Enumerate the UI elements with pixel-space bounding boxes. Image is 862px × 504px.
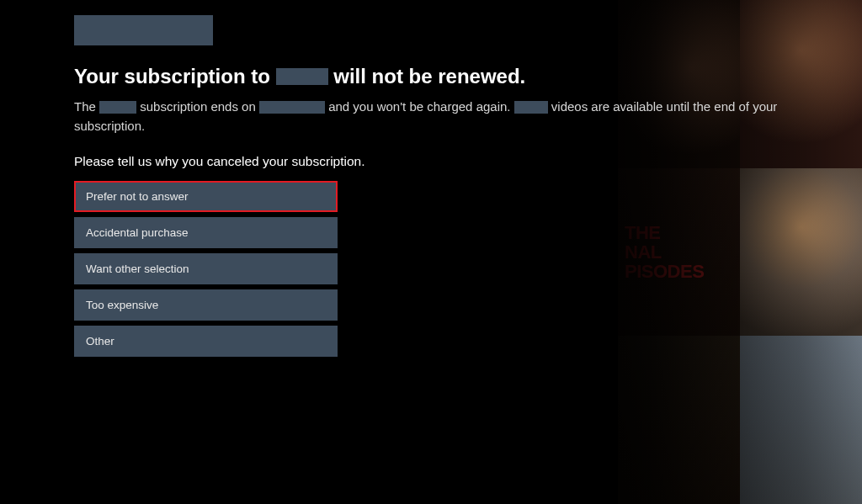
channel-name-redacted: [514, 101, 548, 114]
page-title: Your subscription to will not be renewed…: [74, 64, 862, 89]
reason-option-accidental-purchase[interactable]: Accidental purchase: [74, 217, 338, 248]
reason-option-too-expensive[interactable]: Too expensive: [74, 289, 338, 321]
cancellation-subtext: The subscription ends on and you won't b…: [74, 98, 849, 135]
channel-name-redacted: [99, 101, 136, 114]
title-suffix: will not be renewed.: [333, 65, 525, 88]
reason-option-want-other-selection[interactable]: Want other selection: [74, 253, 338, 284]
reason-option-other[interactable]: Other: [74, 326, 338, 357]
channel-name-redacted: [276, 68, 328, 85]
cancellation-panel: Your subscription to will not be renewed…: [0, 0, 862, 357]
title-prefix: Your subscription to: [74, 65, 270, 88]
reason-option-prefer-not-answer[interactable]: Prefer not to answer: [74, 181, 338, 212]
channel-logo-redacted: [74, 15, 213, 45]
end-date-redacted: [259, 101, 325, 114]
survey-question: Please tell us why you canceled your sub…: [74, 154, 862, 169]
reason-options-list: Prefer not to answer Accidental purchase…: [74, 181, 338, 357]
